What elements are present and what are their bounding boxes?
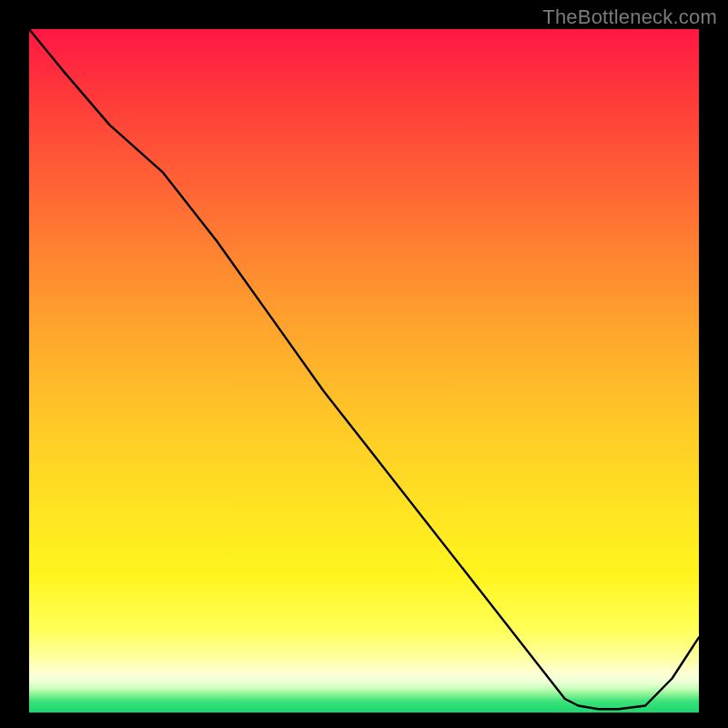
watermark-text: TheBottleneck.com bbox=[542, 5, 717, 29]
bottleneck-curve bbox=[29, 29, 699, 713]
chart-stage: TheBottleneck.com bbox=[0, 0, 728, 728]
plot-area bbox=[29, 29, 699, 713]
